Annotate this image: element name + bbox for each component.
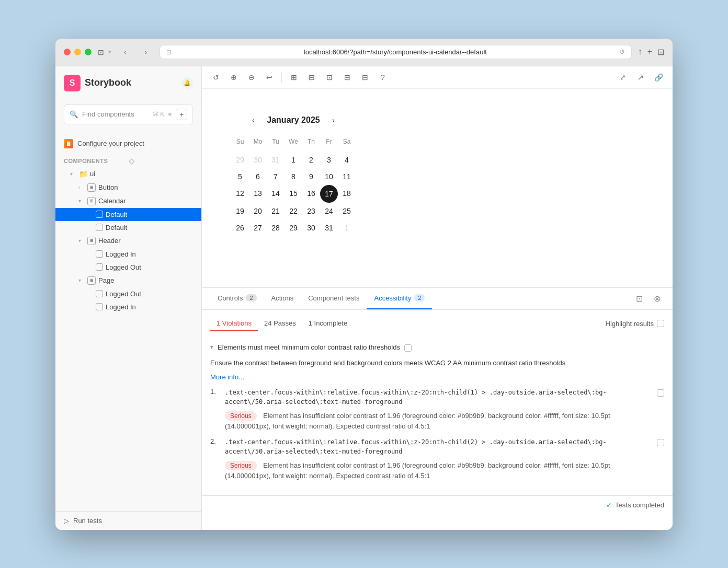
calendar-day[interactable]: 18 (338, 185, 356, 203)
sidebar-item-page[interactable]: ▾ ⊞ Page (55, 274, 201, 287)
calendar-day[interactable]: 8 (285, 168, 302, 185)
run-tests-button[interactable]: ▷ Run tests (64, 517, 193, 525)
violation-checkbox[interactable] (657, 389, 664, 397)
panel-button[interactable]: ⊡ (322, 69, 337, 85)
add-button[interactable]: + (176, 109, 187, 120)
minimize-button[interactable] (74, 49, 81, 55)
more-info-link[interactable]: More info... (210, 373, 244, 381)
viewport-button[interactable]: ⊞ (286, 69, 302, 85)
prev-month-button[interactable]: ‹ (246, 113, 260, 127)
calendar-day[interactable]: 7 (267, 168, 285, 185)
calendar-day[interactable]: 12 (231, 185, 249, 203)
calendar-day[interactable]: 14 (267, 185, 285, 203)
sort-icon[interactable]: ◇ (129, 157, 194, 165)
sidebar-item-select-day-next-month[interactable]: Default (55, 221, 201, 234)
day-header-sa: Sa (338, 136, 356, 147)
sidebar-toggle[interactable]: ⊡ ▾ (98, 48, 111, 56)
tab-accessibility[interactable]: Accessibility 2 (367, 288, 432, 309)
violation-content: .text-center.focus-within\:relative.focu… (225, 437, 664, 481)
help-button[interactable]: ? (375, 69, 391, 85)
calendar-day[interactable]: 16 (302, 185, 320, 203)
search-bar[interactable]: 🔍 Find components ⌘ K ≡ + (64, 105, 193, 124)
sidebar-item-button[interactable]: › ⊞ Button (55, 181, 201, 194)
highlight-checkbox[interactable] (657, 320, 664, 327)
calendar-day[interactable]: 15 (285, 185, 302, 203)
calendar-day[interactable]: 29 (231, 152, 249, 168)
measure-button[interactable]: ⊟ (357, 69, 373, 85)
background-button[interactable]: ⊟ (339, 69, 355, 85)
calendar-day[interactable]: 2 (302, 152, 320, 168)
calendar-day[interactable]: 11 (338, 168, 356, 185)
copy-icon[interactable]: ⊡ (657, 47, 664, 57)
nav-forward-button[interactable]: › (139, 45, 153, 60)
calendar-day[interactable]: 1 (285, 152, 302, 168)
calendar-day[interactable]: 31 (267, 152, 285, 168)
calendar-day[interactable]: 27 (249, 219, 267, 236)
sidebar-item-calendar[interactable]: ▾ ⊞ Calendar (55, 194, 201, 208)
passes-filter[interactable]: 24 Passes (258, 316, 302, 331)
sidebar-item-label: Logged Out (106, 263, 141, 271)
violations-filter[interactable]: 1 Violations (210, 316, 258, 331)
tab-component-tests[interactable]: Component tests (301, 288, 367, 309)
sidebar-item-header-logged-in[interactable]: Logged In (55, 248, 201, 261)
tab-controls[interactable]: Controls 2 (210, 288, 264, 309)
nav-back-button[interactable]: ‹ (118, 45, 132, 60)
violation-checkbox[interactable] (657, 439, 664, 446)
day-header-fr: Fr (320, 136, 338, 147)
calendar-day[interactable]: 25 (338, 203, 356, 219)
calendar-day[interactable]: 3 (320, 152, 338, 168)
calendar-day[interactable]: 26 (231, 219, 249, 236)
calendar-day[interactable]: 30 (302, 219, 320, 236)
close-button[interactable] (64, 49, 71, 55)
calendar-day[interactable]: 1 (338, 219, 356, 236)
fullscreen-button[interactable]: ⤢ (615, 69, 631, 85)
sidebar-item-ui[interactable]: ▾ 📁 ui (55, 167, 201, 181)
violations-label: 1 Violations (217, 319, 252, 327)
zoom-out-button[interactable]: ⊖ (244, 69, 259, 85)
reload-button[interactable]: ↺ (208, 69, 224, 85)
new-tab-icon[interactable]: + (647, 47, 652, 57)
calendar-day[interactable]: 13 (249, 185, 267, 203)
sidebar-item-page-logged-out[interactable]: Logged Out (55, 287, 201, 300)
calendar-day[interactable]: 4 (338, 152, 356, 168)
calendar-day[interactable]: 31 (320, 219, 338, 236)
calendar-day[interactable]: 21 (267, 203, 285, 219)
calendar-day[interactable]: 20 (249, 203, 267, 219)
calendar-day[interactable]: 28 (267, 219, 285, 236)
reset-zoom-button[interactable]: ↩ (261, 69, 277, 85)
sidebar-item-header[interactable]: ▾ ⊞ Header (55, 234, 201, 248)
calendar-day[interactable]: 30 (249, 152, 267, 168)
configure-project-item[interactable]: 📋 Configure your project (55, 135, 201, 153)
tab-actions[interactable]: Actions (264, 288, 301, 309)
link-button[interactable]: 🔗 (651, 69, 666, 85)
calendar-day[interactable]: 24 (320, 203, 338, 219)
calendar-day[interactable]: 29 (285, 219, 302, 236)
calendar-day[interactable]: 22 (285, 203, 302, 219)
sidebar-item-page-logged-in[interactable]: Logged In (55, 300, 201, 314)
share-icon[interactable]: ↑ (638, 47, 642, 57)
sidebar-item-default[interactable]: Default (55, 208, 201, 221)
violation-group-header[interactable]: ▾ Elements must meet minimum color contr… (210, 339, 664, 356)
grid-button[interactable]: ⊟ (304, 69, 320, 85)
incomplete-filter[interactable]: 1 Incomplete (302, 316, 354, 331)
play-icon: ▷ (64, 517, 69, 525)
calendar-day[interactable]: 5 (231, 168, 249, 185)
calendar-day[interactable]: 6 (249, 168, 267, 185)
storybook-title: Storybook (85, 77, 131, 88)
close-panel-button[interactable]: ⊗ (650, 291, 664, 306)
maximize-button[interactable] (85, 49, 92, 55)
address-bar[interactable]: ⊡ localhost:6006/?path=/story/components… (160, 45, 632, 59)
next-month-button[interactable]: › (326, 113, 341, 127)
story-icon (96, 263, 103, 271)
open-external-button[interactable]: ↗ (633, 69, 649, 85)
calendar-day[interactable]: 23 (302, 203, 320, 219)
panel-layout-button[interactable]: ⊡ (632, 291, 646, 306)
sidebar-item-header-logged-out[interactable]: Logged Out (55, 261, 201, 274)
zoom-in-button[interactable]: ⊕ (226, 69, 242, 85)
violation-group-checkbox[interactable] (404, 344, 412, 352)
calendar-day-today[interactable]: 17 (320, 185, 338, 203)
calendar-day[interactable]: 9 (302, 168, 320, 185)
calendar-day[interactable]: 10 (320, 168, 338, 185)
calendar-day[interactable]: 19 (231, 203, 249, 219)
story-icon (96, 303, 103, 310)
